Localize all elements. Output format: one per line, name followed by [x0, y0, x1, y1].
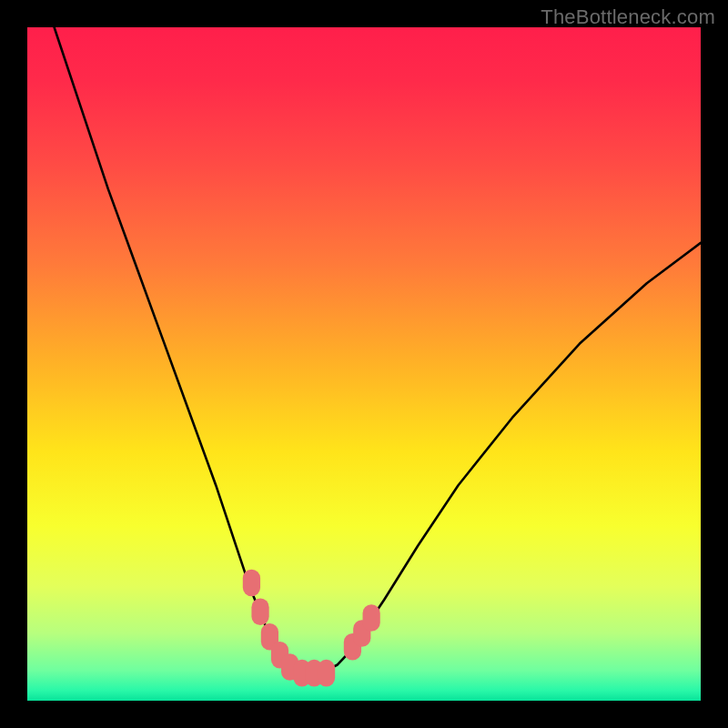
highlight-markers: [243, 570, 380, 687]
bottleneck-curve: [55, 27, 701, 673]
curve-layer: [27, 27, 701, 701]
marker-dot: [363, 604, 380, 632]
marker-dot: [318, 660, 335, 687]
marker-dot: [251, 599, 268, 626]
chart-frame: TheBottleneck.com: [0, 0, 728, 728]
plot-area: [27, 27, 701, 701]
watermark-text: TheBottleneck.com: [541, 5, 715, 29]
marker-dot: [243, 570, 260, 597]
